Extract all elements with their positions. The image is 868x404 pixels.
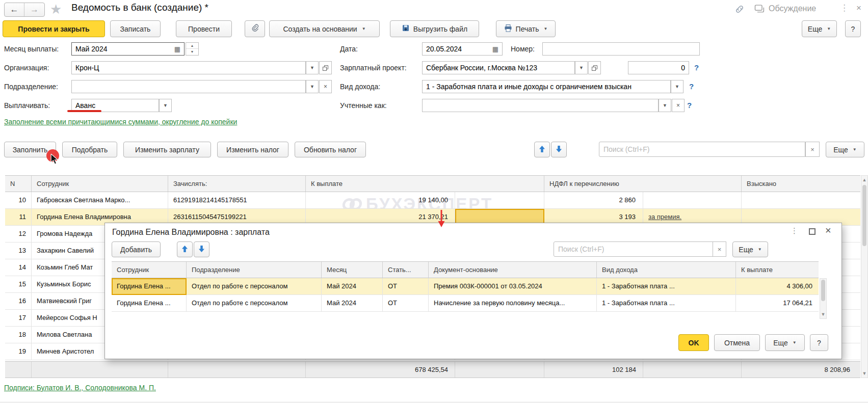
cell-month[interactable]: Май 2024 xyxy=(322,278,383,295)
dialog-maximize-icon[interactable] xyxy=(809,228,816,235)
accounted-as-field[interactable] xyxy=(422,99,659,112)
nav-history[interactable]: ← → xyxy=(4,3,45,17)
spinner-down-icon[interactable]: ▼ xyxy=(186,49,198,55)
cell-article[interactable]: ОТ xyxy=(383,278,429,295)
cell-ndfl[interactable]: 2 860 xyxy=(544,192,643,209)
col-header-income[interactable]: Вид дохода xyxy=(597,262,736,278)
department-dropdown-icon[interactable]: ▼ xyxy=(306,80,319,93)
col-header-article[interactable]: Стать... xyxy=(383,262,429,278)
attachment-button[interactable] xyxy=(245,20,265,37)
dialog-more-button[interactable]: Еще▼ xyxy=(732,241,768,257)
dialog-close-icon[interactable]: × xyxy=(825,225,831,236)
month-field[interactable]: Май 2024 ▦ xyxy=(71,42,185,56)
salary-project-dropdown-icon[interactable]: ▼ xyxy=(575,61,588,74)
cell-document[interactable]: Премия 003К-000001 от 03.05.2024 xyxy=(429,278,597,295)
cell-ndfl-detail[interactable] xyxy=(643,192,742,209)
scroll-down-icon[interactable]: ▼ xyxy=(820,312,826,317)
cell-document[interactable]: Начисление за первую половину месяца... xyxy=(429,295,597,312)
cell-employee[interactable]: Габровская Светлана Марко... xyxy=(32,192,168,209)
discussion-icon[interactable] xyxy=(754,5,765,16)
col-header-department[interactable]: Подразделение xyxy=(187,262,322,278)
organization-dropdown-icon[interactable]: ▼ xyxy=(306,61,319,74)
income-type-help-icon[interactable]: ? xyxy=(689,82,694,91)
number-field[interactable] xyxy=(542,42,700,56)
project-help-icon[interactable]: ? xyxy=(694,63,699,72)
search-input[interactable] xyxy=(599,142,805,157)
dialog-move-down-button[interactable] xyxy=(194,241,209,257)
toolbar-more-button[interactable]: Еще▼ xyxy=(802,20,837,37)
search-clear-icon[interactable]: × xyxy=(805,142,820,157)
cell-employee[interactable]: Гордина Елена ... xyxy=(112,278,187,295)
back-icon[interactable]: ← xyxy=(5,3,24,16)
accounted-as-clear-icon[interactable]: × xyxy=(672,99,685,112)
cell-employee[interactable]: Гордина Елена ... xyxy=(112,295,187,312)
col-header-to-pay[interactable]: К выплате xyxy=(736,262,819,278)
ndfl-detail-link[interactable]: за премия. xyxy=(648,213,681,221)
post-and-close-button[interactable]: Провести и закрыть xyxy=(3,20,105,37)
col-header-n[interactable]: N xyxy=(5,176,32,192)
spinner-up-icon[interactable]: ▲ xyxy=(186,43,198,49)
dialog-table-row[interactable]: Гордина Елена ... Отдел по работе с перс… xyxy=(112,295,819,312)
department-clear-icon[interactable]: × xyxy=(319,80,332,93)
calendar-icon[interactable]: ▦ xyxy=(174,45,180,53)
calendar-icon[interactable]: ▦ xyxy=(492,45,498,53)
cell-collected[interactable] xyxy=(742,192,860,209)
income-type-field[interactable]: 1 - Заработная плата и иные доходы с огр… xyxy=(422,80,671,93)
project-extra-field[interactable]: 0 xyxy=(628,61,689,74)
link-icon[interactable] xyxy=(734,4,745,16)
cell-to-pay-detail[interactable] xyxy=(455,192,544,209)
pay-field[interactable]: Аванс xyxy=(71,99,159,112)
dialog-footer-more-button[interactable]: Еще▼ xyxy=(765,334,805,351)
favorite-star-icon[interactable]: ★ xyxy=(50,2,62,17)
scrollbar-thumb[interactable] xyxy=(821,280,825,301)
col-header-document[interactable]: Документ-основание xyxy=(429,262,597,278)
help-button[interactable]: ? xyxy=(845,20,861,37)
accounted-as-dropdown-icon[interactable]: ▼ xyxy=(659,99,671,112)
dialog-add-button[interactable]: Добавить xyxy=(112,241,161,257)
col-header-month[interactable]: Месяц xyxy=(322,262,383,278)
dialog-search-input[interactable] xyxy=(554,241,713,257)
dialog-move-up-button[interactable] xyxy=(177,241,193,257)
col-header-collected[interactable]: Взыскано xyxy=(742,176,860,192)
cell-to-pay[interactable]: 19 140,00 xyxy=(306,192,455,209)
cell-account[interactable]: 61291918214145178551 xyxy=(168,192,306,209)
col-header-employee[interactable]: Сотрудник xyxy=(112,262,187,278)
forward-icon[interactable]: → xyxy=(24,3,44,16)
date-field[interactable]: 20.05.2024 ▦ xyxy=(422,42,503,56)
fill-button[interactable]: Заполнить xyxy=(4,142,56,157)
discussion-label[interactable]: Обсуждение xyxy=(769,4,816,13)
signatures-link[interactable]: Подписи: Булатов И. В., Солодовникова М.… xyxy=(4,383,156,393)
more-dots-icon[interactable]: ⋮ xyxy=(840,3,849,13)
col-header-ndfl[interactable]: НДФЛ к перечислению xyxy=(544,176,742,192)
cell-department[interactable]: Отдел по работе с персоналом xyxy=(187,278,322,295)
col-header-credit[interactable]: Зачислять: xyxy=(168,176,306,192)
move-down-button[interactable] xyxy=(551,142,567,157)
dialog-menu-icon[interactable]: ⋮ xyxy=(791,226,798,235)
dialog-ok-button[interactable]: OK xyxy=(678,334,709,351)
dialog-cancel-button[interactable]: Отмена xyxy=(714,334,760,351)
dialog-scrollbar[interactable]: ▼ xyxy=(820,278,827,319)
fill-settings-link[interactable]: Заполнение всеми причитающимися суммами,… xyxy=(4,117,244,127)
export-file-button[interactable]: Выгрузить файл xyxy=(390,20,479,37)
month-spinner[interactable]: ▲ ▼ xyxy=(186,42,199,56)
income-type-dropdown-icon[interactable]: ▼ xyxy=(671,80,683,93)
save-button[interactable]: Записать xyxy=(110,20,161,37)
salary-project-open-icon[interactable] xyxy=(588,61,601,74)
col-header-employee[interactable]: Сотрудник xyxy=(32,176,168,192)
close-window-icon[interactable]: × xyxy=(856,3,861,13)
cell-month[interactable]: Май 2024 xyxy=(322,295,383,312)
cell-department[interactable]: Отдел по работе с персоналом xyxy=(187,295,322,312)
change-salary-button[interactable]: Изменить зарплату xyxy=(123,142,211,157)
post-button[interactable]: Провести xyxy=(176,20,232,37)
accounted-as-help-icon[interactable]: ? xyxy=(687,101,692,110)
scroll-down-icon[interactable]: ▼ xyxy=(861,371,867,376)
salary-project-field[interactable]: Сбербанк России, г.Москва №123 xyxy=(422,61,575,74)
table-scrollbar[interactable]: ▲ ▼ xyxy=(861,175,868,378)
dialog-help-button[interactable]: ? xyxy=(810,334,828,351)
table-row[interactable]: 10 Габровская Светлана Марко... 61291918… xyxy=(5,192,860,209)
organization-open-icon[interactable] xyxy=(319,61,332,74)
cell-income[interactable]: 1 - Заработная плата ... xyxy=(597,295,736,312)
department-field[interactable] xyxy=(71,80,306,93)
move-up-button[interactable] xyxy=(534,142,550,157)
cell-income[interactable]: 1 - Заработная плата ... xyxy=(597,278,736,295)
